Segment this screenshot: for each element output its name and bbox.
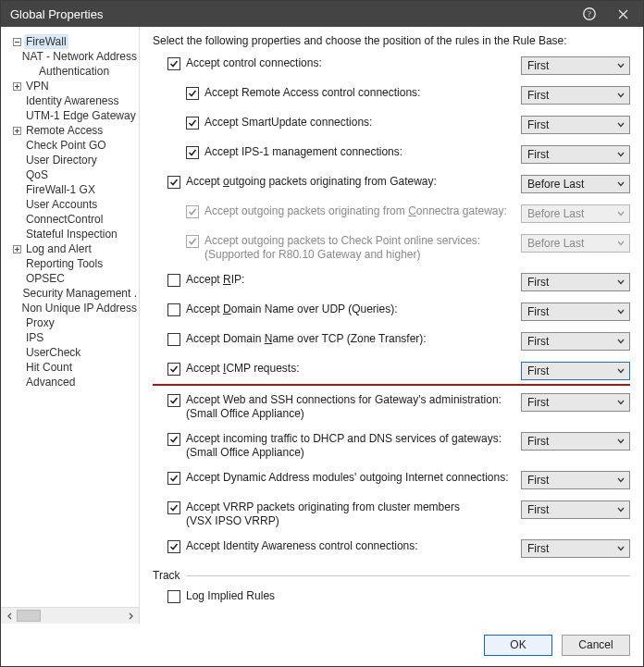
setting-label: Accept Domain Name over TCP (Zone Transf… [186,332,521,346]
intro-text: Select the following properties and choo… [153,34,630,47]
setting-checkbox[interactable] [186,87,199,100]
ok-button[interactable]: OK [484,635,552,656]
position-dropdown[interactable]: First [521,56,630,75]
nav-item[interactable]: Authentication [5,64,139,79]
nav-item[interactable]: Check Point GO [5,138,139,153]
tree-expand-icon[interactable] [12,244,22,254]
setting-checkbox[interactable] [167,540,180,553]
sidebar-horizontal-scrollbar[interactable] [1,607,139,624]
nav-item-label: Non Unique IP Address [19,301,139,315]
cancel-button[interactable]: Cancel [562,635,630,656]
setting-checkbox [186,235,199,248]
tree-no-expander [12,363,22,373]
chevron-down-icon [616,368,625,374]
nav-item[interactable]: Remote Access [5,123,139,138]
setting-row: Accept control connections:First [153,56,630,75]
nav-item-label: IPS [24,330,45,345]
dropdown-value: First [527,276,616,289]
nav-item[interactable]: UTM-1 Edge Gateway [5,108,139,123]
setting-label: Accept IPS-1 management connections: [204,145,521,159]
position-dropdown[interactable]: First [521,362,630,380]
nav-item[interactable]: NAT - Network Address [5,49,139,64]
nav-item[interactable]: FireWall-1 GX [5,182,139,197]
nav-item[interactable]: Stateful Inspection [5,227,139,241]
tree-no-expander [12,111,22,121]
tree-no-expander [12,377,22,388]
nav-item[interactable]: Reporting Tools [5,256,139,271]
position-dropdown[interactable]: First [521,145,630,164]
setting-checkbox[interactable] [167,501,180,514]
nav-item[interactable]: Identity Awareness [5,93,139,108]
position-dropdown[interactable]: First [521,86,630,105]
setting-label: Accept outgoing packets to Check Point o… [204,234,521,262]
nav-item[interactable]: QoS [5,167,139,182]
position-dropdown[interactable]: First [521,432,630,451]
chevron-down-icon [616,438,625,444]
position-dropdown[interactable]: First [521,332,630,351]
setting-checkbox[interactable] [186,146,199,159]
position-dropdown[interactable]: First [521,393,630,412]
help-button[interactable]: ? [573,3,606,25]
setting-checkbox[interactable] [167,303,180,316]
log-implied-checkbox[interactable] [167,590,180,603]
setting-sublabel: (VSX IPSO VRRP) [186,514,514,528]
tree-collapse-icon[interactable] [12,37,22,47]
setting-label: Accept Identity Awareness control connec… [186,539,521,553]
setting-row: Accept Domain Name over UDP (Queries):Fi… [153,303,630,321]
position-dropdown[interactable]: First [521,273,630,291]
nav-item[interactable]: VPN [5,79,139,93]
nav-tree[interactable]: FireWallNAT - Network AddressAuthenticat… [1,34,139,607]
setting-checkbox[interactable] [167,472,180,485]
chevron-down-icon [616,546,625,551]
position-dropdown[interactable]: First [521,303,630,321]
nav-item-label: FireWall-1 GX [24,182,97,197]
chevron-down-icon [616,279,625,285]
setting-checkbox[interactable] [167,57,180,70]
close-button[interactable] [606,3,639,25]
position-dropdown[interactable]: First [521,116,630,134]
position-dropdown[interactable]: First [521,471,630,489]
nav-item[interactable]: Security Management . [5,286,139,301]
tree-no-expander [12,141,22,151]
setting-checkbox[interactable] [167,433,180,446]
setting-checkbox[interactable] [167,333,180,346]
scroll-right-arrow[interactable] [123,609,137,623]
setting-checkbox[interactable] [167,274,180,287]
position-dropdown[interactable]: Before Last [521,175,630,193]
scroll-thumb[interactable] [17,610,41,622]
setting-checkbox[interactable] [167,394,180,407]
position-dropdown[interactable]: First [521,500,630,519]
setting-label: Accept Dynamic Address modules' outgoing… [186,471,521,485]
nav-item[interactable]: UserCheck [5,345,139,360]
nav-item[interactable]: OPSEC [5,271,139,286]
nav-item[interactable]: ConnectControl [5,212,139,227]
scroll-left-arrow[interactable] [3,609,17,623]
setting-label: Accept SmartUpdate connections: [204,116,521,130]
dropdown-value: First [527,89,616,102]
nav-item[interactable]: User Accounts [5,197,139,212]
position-dropdown[interactable]: First [521,539,630,558]
nav-item[interactable]: Proxy [5,315,139,330]
nav-item[interactable]: Hit Count [5,360,139,375]
nav-item[interactable]: Log and Alert [5,241,139,256]
nav-item[interactable]: Advanced [5,375,139,389]
nav-item[interactable]: Non Unique IP Address [5,301,139,315]
nav-item[interactable]: FireWall [5,34,139,49]
scroll-track[interactable] [17,610,123,622]
tree-expand-icon[interactable] [12,126,22,136]
setting-label: Accept Domain Name over UDP (Queries): [186,303,521,316]
setting-checkbox[interactable] [167,176,180,189]
nav-item-label: NAT - Network Address [20,49,139,64]
setting-checkbox[interactable] [186,117,199,130]
nav-item[interactable]: User Directory [5,153,139,167]
nav-item[interactable]: IPS [5,330,139,345]
setting-label: Accept outgoing packets originating from… [204,204,521,218]
setting-checkbox[interactable] [167,363,180,376]
tree-no-expander [12,215,22,225]
dropdown-value: First [527,59,616,72]
dropdown-value: First [527,148,616,161]
nav-item-label: Proxy [24,315,56,330]
tree-no-expander [12,348,22,358]
chevron-down-icon [616,181,625,187]
tree-expand-icon[interactable] [12,81,22,92]
